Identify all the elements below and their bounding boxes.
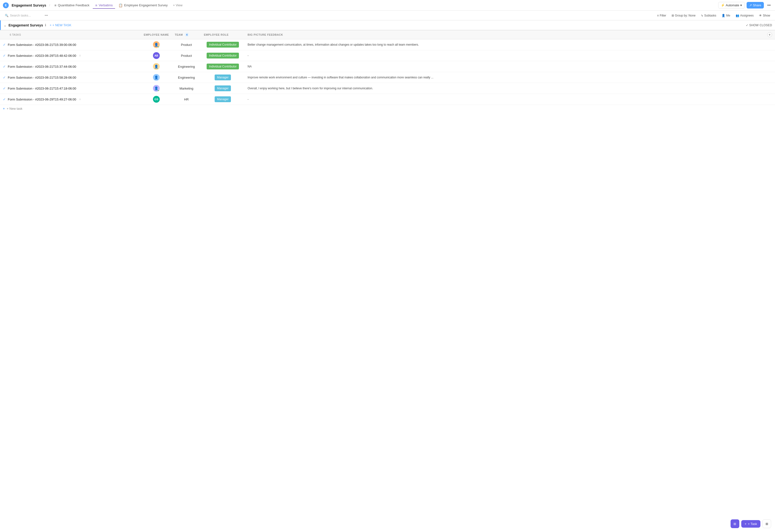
toolbar-right: ≡ Filter ⊞ Group by: None ↳ Subtasks 👤 M… [655,13,772,18]
feedback-text: - [245,52,775,60]
th-team-label: TEAM [175,33,183,36]
task-cell-6: ✓ Form Submission - #2023-06-29T15:49:27… [0,94,141,105]
tab-engagement-icon: 📋 [118,3,123,7]
tab-employee-engagement[interactable]: 📋 Employee Engagement Survey [116,2,170,9]
team-cell-4: Engineering [172,72,201,83]
team-value: Engineering [172,63,201,70]
toolbar-dots-button[interactable]: ••• [43,13,50,18]
assignees-button[interactable]: 👥 Assignees [734,13,756,18]
avatar: 👤 [153,63,160,70]
role-badge: Individual Contributor [207,64,239,69]
task-name[interactable]: Form Submission - #2023-06-21T15:47:18-0… [8,87,76,90]
th-employee-name: EMPLOYEE NAME [141,30,172,39]
group-info-icon[interactable]: ℹ [45,23,46,27]
add-row-label: + New task [7,107,23,110]
share-button[interactable]: ↗ Share [747,2,764,8]
avatar-image-placeholder: 👤 [154,86,158,90]
team-cell-2: Product [172,50,201,61]
role-badge: Individual Contributor [207,42,239,48]
task-options-icon[interactable]: ≡ [79,98,81,101]
th-feedback-label: BIG PICTURE FEEDBACK [248,33,283,36]
group-by-button[interactable]: ⊞ Group by: None [670,13,698,18]
search-icon: 🔍 [5,14,8,17]
feedback-cell-1: Better change management comunication, a… [245,39,775,50]
avatar-image-placeholder: 👤 [154,43,158,47]
role-badge: Individual Contributor [207,53,239,58]
table-row: ✓ Form Submission - #2023-06-21T15:37:44… [0,61,775,72]
filter-button[interactable]: ≡ Filter [655,13,668,18]
avatar: AB [153,52,160,59]
subtasks-button[interactable]: ↳ Subtasks [699,13,718,18]
feedback-cell-5: Overall, I enjoy working here, but I bel… [245,83,775,94]
assignees-label: Assignees [740,14,754,17]
team-cell-6: HR [172,94,201,105]
feedback-cell-4: Improve remote work environment and cult… [245,72,775,83]
employee-cell-2: AB [141,50,172,61]
team-value: Marketing [172,85,201,92]
checkmark-icon: ✓ [746,24,748,27]
show-icon: 👁 [759,14,762,17]
table-row: ✓ Form Submission - #2023-06-29T15:48:42… [0,50,775,61]
show-closed-button[interactable]: ✓ SHOW CLOSED [746,24,772,27]
show-button[interactable]: 👁 Show [757,13,772,18]
show-label: Show [763,14,770,17]
task-name[interactable]: Form Submission - #2023-06-29T15:49:27-0… [8,98,76,101]
avatar-initials: AB [154,54,158,57]
new-task-plus-icon: + [50,23,51,27]
employee-cell-1: 👤 [141,39,172,50]
task-name[interactable]: Form Submission - #2023-06-21T15:37:44-0… [8,65,76,68]
task-checkbox[interactable]: ✓ [3,65,6,68]
task-name[interactable]: Form Submission - #2023-06-21T15:39:00-0… [8,43,76,47]
logo-letter: E [5,4,7,7]
tab-verbatims-label: Verbatims [99,3,113,7]
employee-cell-3: 👤 [141,61,172,72]
task-options-icon[interactable]: ≡ [79,54,81,57]
app-logo: E [3,2,9,8]
team-value: Product [172,52,201,59]
th-employee-label: EMPLOYEE NAME [144,33,169,36]
group-header: ⌄ Engagement Surveys ℹ + + NEW TASK ✓ SH… [0,20,775,30]
task-checkbox[interactable]: ✓ [3,75,6,79]
tab-verbatims[interactable]: ≡ Verbatims [93,2,115,9]
avatar-online-dot [158,46,160,48]
automate-button[interactable]: ⚡ Automate ▾ [718,2,745,8]
group-toggle-button[interactable]: ⌄ [4,23,7,27]
filter-icon: ≡ [657,14,659,17]
more-options-icon: ••• [767,3,771,7]
role-cell-6: Manager [201,94,245,105]
add-column-button[interactable]: + [767,32,772,37]
task-checkbox[interactable]: ✓ [3,97,6,101]
subtasks-label: Subtasks [704,14,716,17]
add-row-plus-icon: + [3,107,5,110]
workspace-title[interactable]: Engagement Surveys [12,3,46,7]
task-name[interactable]: Form Submission - #2023-06-29T15:48:42-0… [8,54,76,58]
automate-label: Automate [726,3,739,7]
automate-icon: ⚡ [721,3,725,7]
new-task-button[interactable]: + + NEW TASK [48,23,73,27]
team-count-badge: 4 [185,33,189,37]
add-row-button[interactable]: + + New task [0,105,775,112]
th-team: TEAM 4 [172,30,201,39]
me-button[interactable]: 👤 Me [720,13,732,18]
show-closed-label: SHOW CLOSED [749,24,772,27]
task-checkbox[interactable]: ✓ [3,54,6,58]
role-cell-4: Manager [201,72,245,83]
tab-quantitative-icon: ≡ [54,3,56,7]
me-icon: 👤 [722,14,725,17]
task-count: 6 TASKS [10,33,21,36]
feedback-text: Better change management comunication, a… [245,41,775,49]
add-view-button[interactable]: + View [171,2,184,8]
search-area[interactable]: 🔍 Search tasks... [3,13,42,18]
task-checkbox[interactable]: ✓ [3,86,6,90]
table-header-row: 6 TASKS EMPLOYEE NAME TEAM 4 EMPLOYEE RO… [0,30,775,39]
more-options-button[interactable]: ••• [766,2,772,8]
task-checkbox[interactable]: ✓ [3,43,6,47]
role-cell-2: Individual Contributor [201,50,245,61]
group-by-label: Group by: None [675,14,696,17]
team-cell-5: Marketing [172,83,201,94]
tab-engagement-label: Employee Engagement Survey [124,3,167,7]
me-label: Me [726,14,730,17]
tab-quantitative-feedback[interactable]: ≡ Quantitative Feedback [52,2,92,9]
task-name[interactable]: Form Submission - #2023-06-21T15:58:28-0… [8,76,76,79]
tab-quantitative-label: Quantitative Feedback [58,3,89,7]
